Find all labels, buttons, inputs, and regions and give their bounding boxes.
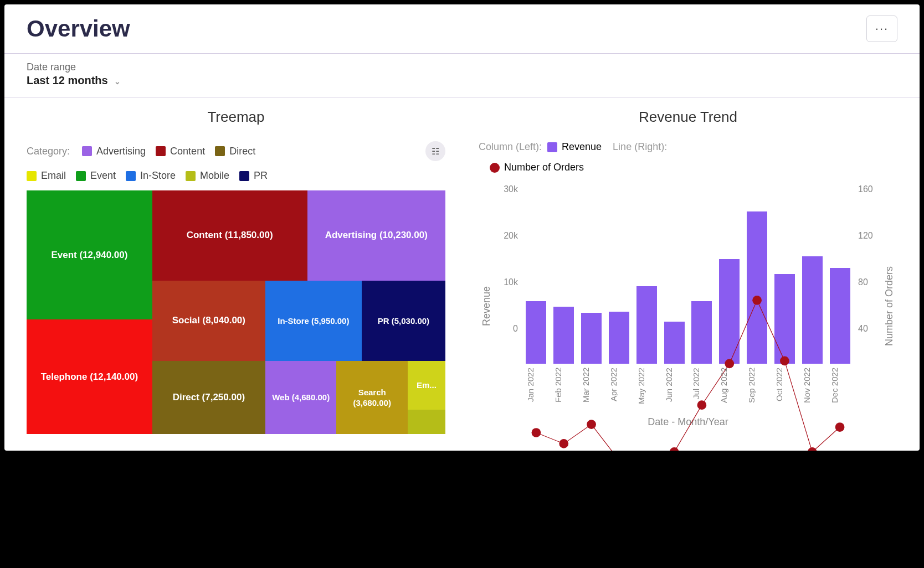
x-tick: Jan 2022	[526, 368, 546, 412]
swatch-icon	[156, 146, 166, 156]
x-tick: Aug 2022	[719, 368, 740, 412]
x-tick: May 2022	[636, 368, 657, 412]
x-tick: Sep 2022	[747, 368, 767, 412]
chevron-down-icon: ⌄	[114, 77, 121, 86]
swatch-icon	[76, 171, 86, 181]
legend-list-button[interactable]: ☷	[425, 141, 445, 161]
swatch-icon	[126, 171, 136, 181]
swatch-icon	[547, 142, 557, 152]
treemap-cell-advertising[interactable]: Advertising (10,230.00)	[307, 190, 445, 281]
x-tick: Mar 2022	[581, 368, 602, 412]
dashboard-page: Overview ··· Date range Last 12 months ⌄…	[4, 4, 920, 451]
y-left-title: Revenue	[479, 184, 495, 428]
x-tick: Dec 2022	[830, 368, 850, 412]
orders-point[interactable]	[835, 422, 845, 432]
swatch-icon	[27, 171, 37, 181]
filter-value-text: Last 12 months	[27, 74, 108, 86]
header: Overview ···	[4, 4, 920, 54]
page-title: Overview	[27, 16, 130, 42]
orders-point[interactable]	[559, 439, 568, 448]
swatch-icon	[186, 171, 196, 181]
treemap-cell-telephone[interactable]: Telephone (12,140.00)	[27, 319, 152, 434]
trend-title: Revenue Trend	[479, 109, 897, 126]
treemap-title: Treemap	[27, 109, 445, 126]
legend-line-section: Line (Right):	[613, 141, 667, 153]
y-right-title: Number of Orders	[881, 184, 897, 428]
swatch-icon	[82, 146, 92, 156]
treemap-cell-content[interactable]: Content (11,850.00)	[152, 190, 307, 281]
x-tick: Jul 2022	[691, 368, 712, 412]
charts-row: Treemap Category: Advertising Content Di…	[4, 97, 920, 451]
legend-item-orders[interactable]: Number of Orders	[490, 162, 584, 173]
legend-label: Category:	[27, 146, 70, 157]
orders-point[interactable]	[587, 420, 596, 429]
more-menu-button[interactable]: ···	[866, 16, 897, 42]
treemap-cell-pr[interactable]: PR (5,030.00)	[362, 281, 445, 361]
orders-point[interactable]	[752, 296, 762, 305]
orders-point[interactable]	[532, 428, 541, 437]
treemap-cell-search[interactable]: Search (3,680.00)	[336, 361, 408, 434]
x-tick: Oct 2022	[774, 368, 795, 412]
x-tick: Apr 2022	[609, 368, 629, 412]
legend-column-section: Column (Left): Revenue	[479, 141, 602, 153]
orders-point[interactable]	[725, 359, 734, 369]
legend-item-email[interactable]: Email	[27, 170, 66, 182]
swatch-icon	[239, 171, 249, 181]
legend-item-advertising[interactable]: Advertising	[82, 146, 146, 157]
treemap-cell-instore[interactable]: In-Store (5,950.00)	[265, 281, 362, 361]
filter-bar: Date range Last 12 months ⌄	[4, 54, 920, 97]
trend-panel: Revenue Trend Column (Left): Revenue Lin…	[479, 109, 897, 434]
filter-label: Date range	[27, 61, 897, 73]
orders-point[interactable]	[670, 447, 679, 451]
y-left-axis: 30k 20k 10k 0	[495, 184, 522, 428]
trend-chart: Revenue 30k 20k 10k 0 Jan 2022Feb	[479, 184, 897, 428]
legend-item-event[interactable]: Event	[76, 170, 116, 182]
legend-item-pr[interactable]: PR	[239, 170, 268, 182]
y-right-axis: 160 120 80 40	[854, 184, 881, 428]
legend-item-content[interactable]: Content	[156, 146, 205, 157]
legend-item-direct[interactable]: Direct	[215, 146, 255, 157]
date-range-select[interactable]: Last 12 months ⌄	[27, 74, 897, 87]
swatch-icon	[215, 146, 225, 156]
treemap-panel: Treemap Category: Advertising Content Di…	[27, 109, 445, 434]
circle-swatch-icon	[490, 163, 500, 173]
treemap-cell-web[interactable]: Web (4,680.00)	[265, 361, 337, 434]
plot-area: Jan 2022Feb 2022Mar 2022Apr 2022May 2022…	[522, 184, 854, 428]
treemap-cell-event[interactable]: Event (12,940.00)	[27, 190, 152, 319]
orders-point[interactable]	[780, 357, 789, 366]
x-tick: Nov 2022	[802, 368, 823, 412]
treemap-legend: Category: Advertising Content Direct ☷ E…	[27, 141, 445, 182]
treemap-chart: Event (12,940.00) Telephone (12,140.00) …	[27, 190, 445, 434]
list-icon: ☷	[432, 146, 439, 157]
treemap-cell-email[interactable]: Em...	[408, 361, 445, 410]
trend-legend: Column (Left): Revenue Line (Right): Num…	[479, 141, 897, 173]
legend-item-mobile[interactable]: Mobile	[186, 170, 229, 182]
treemap-cell-mobile[interactable]	[408, 410, 445, 434]
x-tick: Jun 2022	[664, 368, 685, 412]
orders-point[interactable]	[808, 447, 817, 451]
treemap-cell-direct[interactable]: Direct (7,250.00)	[152, 361, 265, 434]
treemap-cell-social[interactable]: Social (8,040.00)	[152, 281, 265, 361]
plot	[522, 184, 854, 364]
x-tick: Feb 2022	[553, 368, 574, 412]
ellipsis-icon: ···	[875, 22, 889, 36]
legend-item-revenue[interactable]: Revenue	[547, 141, 602, 153]
legend-item-instore[interactable]: In-Store	[126, 170, 176, 182]
